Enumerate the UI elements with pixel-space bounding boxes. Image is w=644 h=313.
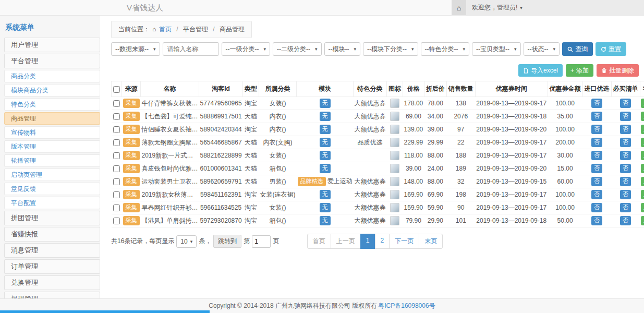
sidebar-item-7[interactable]: 版本管理 xyxy=(4,140,100,153)
cell-price: 79.90 xyxy=(403,214,424,227)
must-buy-badge[interactable]: 否 xyxy=(620,164,631,173)
sidebar-item-11[interactable]: 平台配置 xyxy=(4,197,100,209)
filter-select-value: --一级分类-- xyxy=(226,45,259,54)
batch-delete-button[interactable]: 批量删除 xyxy=(597,64,639,77)
trash-icon xyxy=(601,68,607,74)
status-badge[interactable]: 上架 xyxy=(641,203,644,212)
row-checkbox[interactable] xyxy=(113,126,120,133)
sidebar-item-6[interactable]: 宣传物料 xyxy=(4,126,100,139)
status-badge[interactable]: 上架 xyxy=(641,177,644,186)
import-select-badge[interactable]: 否 xyxy=(591,190,602,199)
must-buy-badge[interactable]: 否 xyxy=(620,216,631,225)
row-checkbox[interactable] xyxy=(113,139,120,146)
status-badge[interactable]: 上架 xyxy=(641,99,644,107)
row-checkbox[interactable] xyxy=(113,152,120,159)
status-badge[interactable]: 上架 xyxy=(641,125,644,134)
status-badge[interactable]: 上架 xyxy=(641,112,644,121)
status-badge[interactable]: 上架 xyxy=(641,151,644,160)
import-select-badge[interactable]: 否 xyxy=(591,177,602,186)
home-button[interactable]: ⌂ xyxy=(452,0,466,15)
row-checkbox[interactable] xyxy=(113,204,120,211)
cell-taoke-id: 596611634525 xyxy=(199,201,243,214)
cell-type: 天猫 xyxy=(243,149,259,162)
sidebar-item-9[interactable]: 启动页管理 xyxy=(4,168,100,181)
filter-select-5[interactable]: --特色分类--▾ xyxy=(421,42,470,56)
jump-button[interactable]: 跳转到 xyxy=(213,235,241,248)
table-header-5: 模块 xyxy=(297,81,354,97)
add-button[interactable]: + 添加 xyxy=(566,64,593,77)
sidebar-item-5[interactable]: 商品管理 xyxy=(4,112,100,125)
page-button-1[interactable]: 上一页 xyxy=(331,234,361,249)
sidebar-item-10[interactable]: 意见反馈 xyxy=(4,183,100,195)
sidebar-item-4[interactable]: 特色分类 xyxy=(4,98,100,111)
cell-must-buy: 否 xyxy=(611,149,640,162)
sidebar-item-8[interactable]: 轮播管理 xyxy=(4,154,100,167)
product-thumbnail xyxy=(390,203,399,212)
import-select-badge[interactable]: 否 xyxy=(591,125,602,134)
per-page-select[interactable]: 10 ▾ xyxy=(176,235,197,248)
page-button-0[interactable]: 首页 xyxy=(307,234,331,249)
page-button-3[interactable]: 2 xyxy=(375,234,390,249)
must-buy-badge[interactable]: 否 xyxy=(620,138,631,147)
must-buy-badge[interactable]: 否 xyxy=(620,125,631,134)
import-select-badge[interactable]: 否 xyxy=(591,203,602,212)
sidebar-item-15[interactable]: 订单管理 xyxy=(4,259,100,274)
must-buy-badge[interactable]: 否 xyxy=(620,190,631,199)
import-excel-button[interactable]: 导入excel xyxy=(518,64,563,77)
row-checkbox[interactable] xyxy=(113,178,120,185)
user-menu[interactable]: 欢迎您，管理员! ▾ xyxy=(466,0,644,15)
cell-price: 139.00 xyxy=(403,123,424,136)
status-badge[interactable]: 上架 xyxy=(641,138,644,147)
page-number-input[interactable] xyxy=(252,235,271,248)
breadcrumb-home-link[interactable]: 首页 xyxy=(159,26,172,33)
cell-category: 箱包() xyxy=(259,162,297,175)
filter-select-4[interactable]: --模块下分类--▾ xyxy=(363,42,418,56)
cell-coupon-time: 2019-09-13—2019-09-17 xyxy=(475,136,548,149)
import-select-badge[interactable]: 否 xyxy=(591,151,602,160)
filter-select-2[interactable]: --二级分类--▾ xyxy=(273,42,322,56)
page-button-5[interactable]: 末页 xyxy=(419,234,443,249)
row-checkbox[interactable] xyxy=(113,218,120,224)
cell-type: 天猫 xyxy=(243,110,259,123)
must-buy-badge[interactable]: 否 xyxy=(620,203,631,212)
reset-button[interactable]: 重置 xyxy=(596,42,626,56)
import-select-badge[interactable]: 否 xyxy=(591,99,602,107)
import-select-badge[interactable]: 否 xyxy=(591,164,602,173)
row-checkbox[interactable] xyxy=(113,191,120,198)
must-buy-badge[interactable]: 否 xyxy=(620,112,631,121)
page-button-2[interactable]: 1 xyxy=(360,234,375,249)
sidebar-item-3[interactable]: 模块商品分类 xyxy=(4,84,100,97)
import-select-badge[interactable]: 否 xyxy=(591,138,602,147)
module-extra-text: 爱上运动 xyxy=(327,177,353,185)
status-badge[interactable]: 上架 xyxy=(641,216,644,225)
must-buy-badge[interactable]: 否 xyxy=(620,177,631,186)
filter-select-3[interactable]: --模块--▾ xyxy=(324,42,361,56)
search-button[interactable]: 查询 xyxy=(562,42,593,56)
sidebar-item-16[interactable]: 兑换管理 xyxy=(4,275,100,290)
select-all-checkbox[interactable] xyxy=(113,86,120,93)
cell-coupon-amount: 100.00 xyxy=(548,97,582,110)
cell-discount-price: 39.00 xyxy=(424,123,446,136)
icp-link[interactable]: 粤ICP备16098006号 xyxy=(378,302,435,310)
filter-select-0[interactable]: --数据来源--▾ xyxy=(111,42,160,56)
filter-select-1[interactable]: --一级分类--▾ xyxy=(222,42,271,56)
row-checkbox[interactable] xyxy=(113,100,120,107)
row-checkbox[interactable] xyxy=(113,113,120,120)
sidebar-item-14[interactable]: 消息管理 xyxy=(4,243,100,258)
sidebar-item-0[interactable]: 用户管理 xyxy=(4,38,100,52)
sidebar-item-12[interactable]: 拼团管理 xyxy=(4,211,100,225)
status-badge[interactable]: 上架 xyxy=(641,190,644,199)
filter-select-7[interactable]: --状态--▾ xyxy=(524,42,560,56)
page-button-4[interactable]: 下一页 xyxy=(389,234,419,249)
must-buy-badge[interactable]: 否 xyxy=(620,151,631,160)
filter-select-6[interactable]: --宝贝类型--▾ xyxy=(472,42,521,56)
sidebar-item-13[interactable]: 省赚快报 xyxy=(4,227,100,242)
name-search-input[interactable] xyxy=(163,42,219,56)
status-badge[interactable]: 上架 xyxy=(641,164,644,173)
must-buy-badge[interactable]: 否 xyxy=(620,99,631,107)
sidebar-item-2[interactable]: 商品分类 xyxy=(4,70,100,82)
import-select-badge[interactable]: 否 xyxy=(591,216,602,225)
sidebar-item-1[interactable]: 平台管理 xyxy=(4,54,100,68)
row-checkbox[interactable] xyxy=(113,165,120,172)
import-select-badge[interactable]: 否 xyxy=(591,112,602,121)
